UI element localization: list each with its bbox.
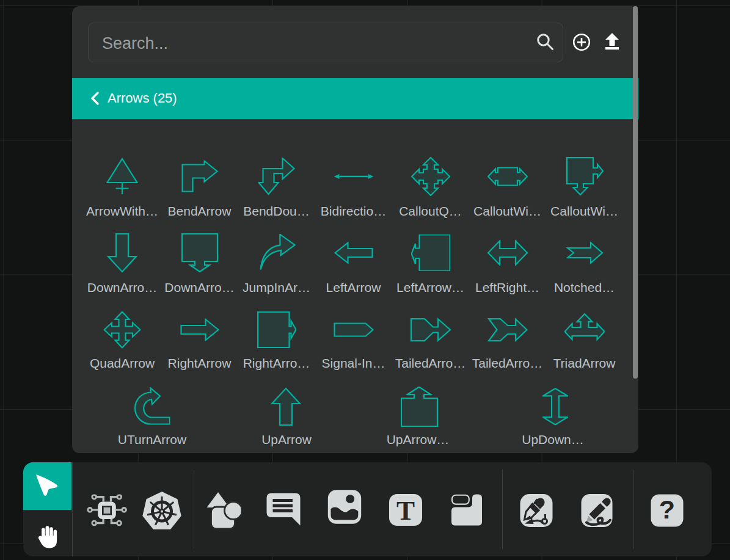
- svg-text:?: ?: [659, 495, 675, 524]
- svg-text:T: T: [396, 495, 415, 526]
